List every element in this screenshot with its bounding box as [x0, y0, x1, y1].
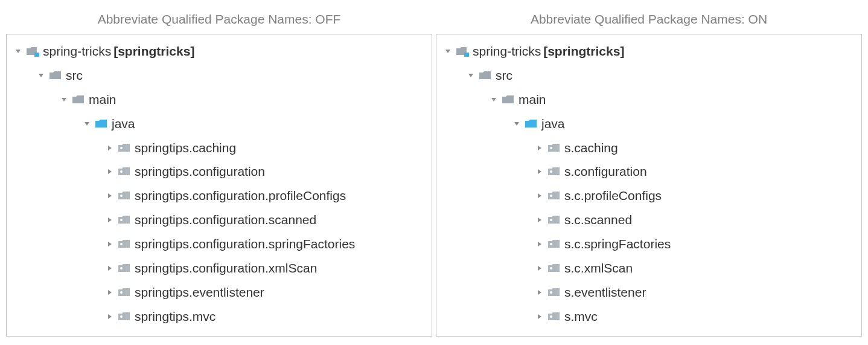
- chevron-right-icon[interactable]: [534, 166, 545, 177]
- svg-marker-11: [108, 218, 112, 222]
- svg-marker-15: [108, 266, 112, 271]
- chevron-right-icon[interactable]: [104, 190, 115, 201]
- tree-node-label: spring-tricks: [473, 39, 541, 63]
- svg-point-18: [120, 291, 123, 294]
- chevron-right-icon[interactable]: [104, 166, 115, 177]
- tree-node-label: s.caching: [564, 136, 618, 160]
- tree-row[interactable]: springtips.mvc: [13, 305, 426, 329]
- chevron-right-icon[interactable]: [104, 263, 115, 274]
- tree-node-label: java: [541, 112, 565, 136]
- source-folder-icon: [95, 118, 108, 129]
- tree-node-label: springtips.configuration.xmlScan: [135, 256, 317, 280]
- tree-node-label: main: [89, 88, 116, 112]
- package-icon: [118, 263, 131, 274]
- svg-marker-9: [108, 193, 112, 198]
- tree-row[interactable]: s.configuration: [442, 160, 855, 184]
- tree-row[interactable]: s.c.xmlScan: [442, 256, 855, 280]
- chevron-right-icon[interactable]: [534, 287, 545, 298]
- tree-row[interactable]: s.c.profileConfigs: [442, 184, 855, 208]
- tree-row[interactable]: src: [13, 63, 426, 88]
- tree-row[interactable]: springtips.caching: [13, 136, 426, 160]
- package-icon: [547, 214, 561, 225]
- chevron-down-icon[interactable]: [59, 94, 69, 105]
- package-icon: [547, 190, 561, 201]
- svg-marker-36: [538, 266, 541, 271]
- chevron-right-icon[interactable]: [534, 263, 545, 274]
- package-icon: [118, 239, 131, 250]
- chevron-right-icon[interactable]: [534, 190, 545, 201]
- chevron-right-icon[interactable]: [534, 143, 545, 153]
- svg-marker-26: [538, 146, 541, 150]
- svg-marker-32: [538, 218, 541, 222]
- svg-point-12: [120, 219, 123, 221]
- tree-row[interactable]: spring-tricks[springtricks]: [442, 39, 855, 63]
- tree-node-label: s.c.profileConfigs: [564, 184, 662, 208]
- source-folder-icon: [525, 118, 538, 129]
- chevron-down-icon[interactable]: [511, 118, 522, 129]
- tree-row[interactable]: src: [442, 63, 855, 88]
- tree-node-label: springtips.configuration.scanned: [135, 208, 316, 232]
- svg-marker-38: [538, 290, 541, 295]
- tree-row[interactable]: main: [13, 88, 426, 112]
- svg-marker-0: [16, 50, 21, 53]
- svg-marker-28: [538, 169, 541, 174]
- svg-marker-21: [445, 50, 450, 53]
- chevron-down-icon[interactable]: [465, 70, 476, 81]
- chevron-down-icon[interactable]: [36, 70, 46, 81]
- tree-node-label: s.configuration: [564, 160, 647, 184]
- svg-point-41: [550, 315, 552, 318]
- chevron-right-icon[interactable]: [534, 311, 545, 322]
- tree-row[interactable]: s.c.springFactories: [442, 232, 855, 256]
- panel-title: Abbreviate Qualified Package Names: ON: [436, 6, 862, 34]
- tree-node-label: src: [66, 63, 83, 88]
- tree-node-label: spring-tricks: [43, 39, 111, 63]
- chevron-right-icon[interactable]: [104, 214, 115, 225]
- svg-marker-24: [491, 98, 496, 102]
- tree-node-label: springtips.configuration.springFactories: [135, 232, 355, 256]
- tree-row[interactable]: java: [13, 112, 426, 136]
- tree-row[interactable]: springtips.configuration.xmlScan: [13, 256, 426, 280]
- tree-node-label: s.mvc: [564, 305, 598, 329]
- tree-row[interactable]: main: [442, 88, 855, 112]
- svg-marker-17: [108, 290, 112, 295]
- chevron-right-icon[interactable]: [104, 239, 115, 250]
- package-icon: [118, 190, 131, 201]
- tree-row[interactable]: springtips.configuration.springFactories: [13, 232, 426, 256]
- tree-node-label: main: [519, 88, 546, 112]
- panel-title: Abbreviate Qualified Package Names: OFF: [6, 6, 432, 34]
- svg-marker-3: [62, 98, 66, 102]
- chevron-down-icon[interactable]: [442, 46, 453, 57]
- chevron-down-icon[interactable]: [13, 46, 24, 57]
- tree-row[interactable]: springtips.configuration.profileConfigs: [13, 184, 426, 208]
- tree-row[interactable]: spring-tricks[springtricks]: [13, 39, 426, 63]
- chevron-right-icon[interactable]: [534, 214, 545, 225]
- svg-point-20: [120, 315, 123, 318]
- svg-rect-22: [464, 53, 469, 57]
- chevron-down-icon[interactable]: [488, 94, 499, 105]
- tree-row[interactable]: s.c.scanned: [442, 208, 855, 232]
- tree-row[interactable]: s.eventlistener: [442, 280, 855, 305]
- tree-row[interactable]: springtips.configuration.scanned: [13, 208, 426, 232]
- svg-marker-13: [108, 242, 112, 247]
- package-icon: [118, 287, 131, 298]
- panel-wrapper: Abbreviate Qualified Package Names: OFF …: [6, 6, 432, 337]
- package-icon: [118, 311, 131, 322]
- svg-marker-4: [85, 122, 89, 126]
- tree-row[interactable]: java: [442, 112, 855, 136]
- chevron-right-icon[interactable]: [104, 311, 115, 322]
- tree-node-suffix: [springtricks]: [543, 39, 624, 63]
- folder-icon: [502, 94, 515, 105]
- chevron-down-icon[interactable]: [81, 118, 92, 129]
- svg-point-6: [120, 147, 123, 149]
- package-icon: [547, 143, 561, 153]
- chevron-right-icon[interactable]: [104, 143, 115, 153]
- chevron-right-icon[interactable]: [104, 287, 115, 298]
- tree-node-label: springtips.caching: [135, 136, 236, 160]
- chevron-right-icon[interactable]: [534, 239, 545, 250]
- tree-row[interactable]: springtips.configuration: [13, 160, 426, 184]
- package-icon: [547, 239, 561, 250]
- tree-row[interactable]: s.mvc: [442, 305, 855, 329]
- tree-row[interactable]: s.caching: [442, 136, 855, 160]
- tree-node-label: s.c.scanned: [564, 208, 632, 232]
- tree-row[interactable]: springtips.eventlistener: [13, 280, 426, 305]
